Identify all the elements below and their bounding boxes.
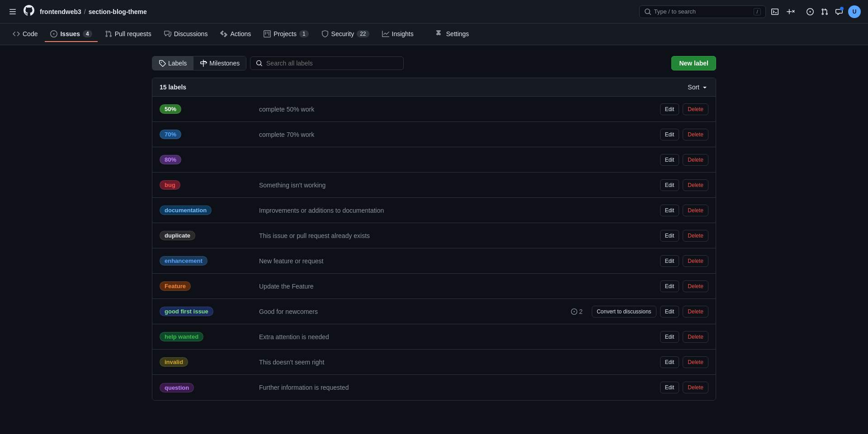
top-nav: frontendweb3 / section-blog-theme Type /… (0, 0, 868, 23)
label-name-col: invalid (160, 357, 259, 367)
delete-label-button[interactable]: Delete (683, 230, 708, 242)
label-row: Feature Update the Feature Edit Delete (152, 274, 716, 299)
label-actions: Edit Delete (660, 356, 708, 368)
edit-label-button[interactable]: Edit (660, 179, 679, 191)
label-badge[interactable]: 70% (160, 130, 181, 139)
label-row: bug Something isn't working Edit Delete (152, 173, 716, 198)
label-badge[interactable]: bug (160, 180, 180, 190)
tab-discussions[interactable]: Discussions (159, 27, 213, 42)
delete-label-button[interactable]: Delete (683, 129, 708, 140)
label-description: Something isn't working (259, 182, 660, 189)
tab-actions[interactable]: Actions (215, 27, 256, 42)
label-row: duplicate This issue or pull request alr… (152, 223, 716, 248)
sort-button[interactable]: Sort (688, 84, 708, 91)
label-description: Good for newcomers (259, 308, 571, 315)
plus-button[interactable] (784, 6, 801, 18)
label-row: 70% complete 70% work Edit Delete (152, 122, 716, 147)
label-badge[interactable]: 50% (160, 104, 181, 114)
tab-code[interactable]: Code (7, 27, 43, 42)
tab-projects[interactable]: Projects 1 (258, 27, 314, 42)
tab-settings[interactable]: Settings (421, 27, 475, 42)
label-badge[interactable]: enhancement (160, 256, 208, 266)
label-badge[interactable]: Feature (160, 281, 191, 291)
edit-label-button[interactable]: Edit (660, 154, 679, 166)
label-description: complete 70% work (259, 131, 660, 138)
delete-label-button[interactable]: Delete (683, 255, 708, 267)
tab-issues[interactable]: Issues 4 (45, 27, 97, 42)
edit-label-button[interactable]: Edit (660, 331, 679, 343)
global-search-box[interactable]: Type / to search / (639, 5, 766, 18)
tab-pull-requests[interactable]: Pull requests (99, 27, 157, 42)
labels-tab-button[interactable]: Labels (152, 56, 193, 70)
labels-toolbar: Labels Milestones New label (152, 56, 716, 70)
avatar[interactable]: U (848, 5, 861, 18)
labels-list-header: 15 labels Sort (152, 78, 716, 97)
delete-label-button[interactable]: Delete (683, 103, 708, 115)
label-row: 80% Edit Delete (152, 147, 716, 173)
label-actions: Edit Delete (660, 331, 708, 343)
breadcrumb-separator: / (84, 8, 86, 15)
edit-label-button[interactable]: Edit (660, 280, 679, 292)
label-badge[interactable]: duplicate (160, 231, 195, 240)
labels-count: 15 labels (160, 84, 186, 91)
delete-label-button[interactable]: Delete (683, 331, 708, 343)
delete-label-button[interactable]: Delete (683, 356, 708, 368)
edit-label-button[interactable]: Edit (660, 356, 679, 368)
label-description: Further information is requested (259, 384, 660, 391)
label-row: documentation Improvements or additions … (152, 198, 716, 223)
issues-button[interactable] (805, 6, 816, 18)
label-row: good first issue Good for newcomers 2 Co… (152, 299, 716, 324)
labels-list-container: 15 labels Sort 50% complete 50% work Edi… (152, 78, 716, 401)
github-logo[interactable] (24, 5, 34, 19)
edit-label-button[interactable]: Edit (660, 382, 679, 393)
inbox-button[interactable] (834, 6, 844, 18)
delete-label-button[interactable]: Delete (683, 280, 708, 292)
label-actions: Edit Delete (660, 280, 708, 292)
label-badge[interactable]: 80% (160, 155, 181, 164)
label-row: question Further information is requeste… (152, 375, 716, 400)
label-badge[interactable]: question (160, 383, 194, 392)
label-badge[interactable]: documentation (160, 205, 212, 215)
edit-label-button[interactable]: Edit (660, 129, 679, 140)
label-row: invalid This doesn't seem right Edit Del… (152, 350, 716, 375)
label-badge[interactable]: good first issue (160, 307, 213, 316)
tab-security[interactable]: Security 22 (316, 27, 375, 42)
label-badge[interactable]: help wanted (160, 332, 203, 341)
hamburger-menu-button[interactable] (7, 6, 18, 18)
pr-button[interactable] (819, 6, 830, 18)
edit-label-button[interactable]: Edit (660, 230, 679, 242)
tab-insights[interactable]: Insights (377, 27, 419, 42)
convert-to-discussions-button[interactable]: Convert to discussions (592, 306, 656, 317)
delete-label-button[interactable]: Delete (683, 382, 708, 393)
label-name-col: Feature (160, 281, 259, 291)
new-label-button[interactable]: New label (671, 56, 716, 70)
breadcrumb-org[interactable]: frontendweb3 (40, 8, 81, 15)
label-badge[interactable]: invalid (160, 357, 188, 367)
edit-label-button[interactable]: Edit (660, 205, 679, 216)
search-labels-container[interactable] (250, 56, 404, 70)
edit-label-button[interactable]: Edit (660, 103, 679, 115)
labels-rows: 50% complete 50% work Edit Delete 70% co… (152, 97, 716, 400)
breadcrumb-repo[interactable]: section-blog-theme (89, 8, 147, 15)
label-description: Improvements or additions to documentati… (259, 207, 660, 214)
label-name-col: 70% (160, 130, 259, 139)
delete-label-button[interactable]: Delete (683, 306, 708, 317)
labels-toolbar-left: Labels Milestones (152, 56, 404, 70)
label-name-col: enhancement (160, 256, 259, 266)
terminal-button[interactable] (769, 6, 780, 18)
top-nav-left: frontendweb3 / section-blog-theme (7, 5, 634, 19)
label-description: Update the Feature (259, 283, 660, 290)
delete-label-button[interactable]: Delete (683, 179, 708, 191)
delete-label-button[interactable]: Delete (683, 154, 708, 166)
label-name-col: bug (160, 180, 259, 190)
edit-label-button[interactable]: Edit (660, 255, 679, 267)
edit-label-button[interactable]: Edit (660, 306, 679, 317)
label-actions: Edit Delete (660, 103, 708, 115)
delete-label-button[interactable]: Delete (683, 205, 708, 216)
label-description: New feature or request (259, 257, 660, 265)
milestones-tab-label: Milestones (209, 60, 240, 67)
milestones-tab-button[interactable]: Milestones (193, 56, 246, 70)
main-content: Labels Milestones New label 15 labels So… (145, 45, 723, 411)
label-row: enhancement New feature or request Edit … (152, 248, 716, 274)
search-labels-input[interactable] (266, 60, 398, 67)
